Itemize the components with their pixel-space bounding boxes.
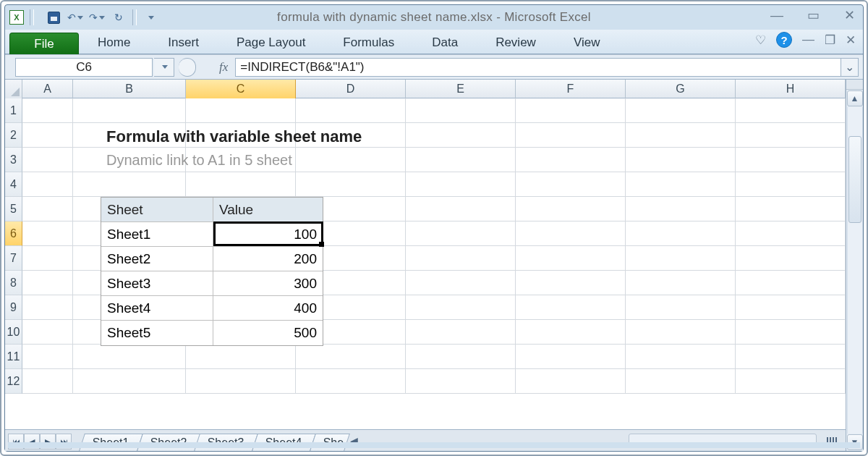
row-header-11[interactable]: 11: [5, 345, 22, 369]
redo-button[interactable]: ↷: [88, 9, 106, 26]
row-header-8[interactable]: 8: [5, 271, 22, 295]
column-header-C[interactable]: C: [186, 80, 296, 98]
column-header-G[interactable]: G: [626, 80, 736, 98]
close-button[interactable]: ✕: [840, 8, 859, 22]
tab-data[interactable]: Data: [413, 32, 477, 54]
select-all-cell[interactable]: [5, 80, 22, 98]
formula-bar: C6 fx =INDIRECT(B6&"!A1") ⌄: [5, 55, 863, 80]
scroll-up-button[interactable]: ▲: [847, 90, 863, 106]
redo-icon: ↷: [89, 12, 98, 23]
vertical-scrollbar[interactable]: ▲ ▼: [846, 80, 863, 451]
row-header-1[interactable]: 1: [5, 98, 22, 123]
row-header-7[interactable]: 7: [5, 246, 22, 271]
maximize-button[interactable]: ▭: [804, 8, 822, 22]
save-icon: [48, 12, 60, 24]
tab-page-layout[interactable]: Page Layout: [218, 32, 324, 54]
chevron-down-icon: [148, 16, 154, 20]
tab-formulas[interactable]: Formulas: [324, 32, 413, 54]
excel-icon: X: [9, 10, 24, 25]
refresh-button[interactable]: ↻: [109, 9, 128, 26]
save-button[interactable]: [44, 9, 63, 26]
chevron-down-icon: [162, 65, 168, 69]
ribbon-minimize-icon[interactable]: ♡: [755, 33, 766, 48]
name-box[interactable]: C6: [15, 58, 153, 77]
tab-view[interactable]: View: [555, 32, 619, 54]
tab-insert[interactable]: Insert: [149, 32, 218, 54]
fx-label[interactable]: fx: [219, 60, 228, 75]
column-header-H[interactable]: H: [736, 80, 846, 98]
refresh-icon: ↻: [114, 12, 123, 23]
workbook-restore-button[interactable]: ❐: [825, 33, 835, 48]
split-handle[interactable]: [846, 80, 863, 90]
tab-review[interactable]: Review: [477, 32, 555, 54]
formula-input[interactable]: =INDIRECT(B6&"!A1"): [235, 58, 841, 77]
column-header-D[interactable]: D: [296, 80, 406, 98]
qat-customize[interactable]: [141, 9, 160, 26]
workbook-minimize-button[interactable]: —: [802, 33, 814, 47]
formula-expand-button[interactable]: ⌄: [841, 58, 859, 77]
name-box-dropdown[interactable]: [154, 58, 174, 77]
file-tab[interactable]: File: [9, 33, 79, 54]
column-header-E[interactable]: E: [406, 80, 516, 98]
row-header-10[interactable]: 10: [5, 320, 22, 345]
minimize-button[interactable]: —: [767, 8, 786, 22]
undo-icon: ↶: [67, 12, 76, 23]
column-header-A[interactable]: A: [22, 80, 73, 98]
row-header-2[interactable]: 2: [5, 123, 22, 148]
row-header-6[interactable]: 6: [5, 221, 22, 246]
row-header-12[interactable]: 12: [5, 369, 22, 394]
workbook-close-button[interactable]: ✕: [846, 33, 856, 48]
undo-button[interactable]: ↶: [66, 9, 85, 26]
scroll-thumb[interactable]: [848, 136, 861, 223]
column-header-F[interactable]: F: [516, 80, 626, 98]
grid-area[interactable]: 123456789101112 Formula with variable sh…: [5, 98, 846, 429]
row-header-3[interactable]: 3: [5, 148, 22, 172]
column-header-B[interactable]: B: [73, 80, 186, 98]
ribbon-tabs: File Home Insert Page Layout Formulas Da…: [5, 30, 863, 54]
help-button[interactable]: ?: [776, 32, 792, 48]
row-header-9[interactable]: 9: [5, 295, 22, 320]
tab-home[interactable]: Home: [79, 32, 149, 54]
row-header-5[interactable]: 5: [5, 197, 22, 221]
cancel-formula-button[interactable]: [179, 58, 196, 77]
column-headers: ABCDEFGH: [5, 80, 846, 98]
row-header-4[interactable]: 4: [5, 172, 22, 197]
title-bar: X ↶ ↷ ↻ formula with dynamic sheet name.…: [5, 5, 863, 30]
